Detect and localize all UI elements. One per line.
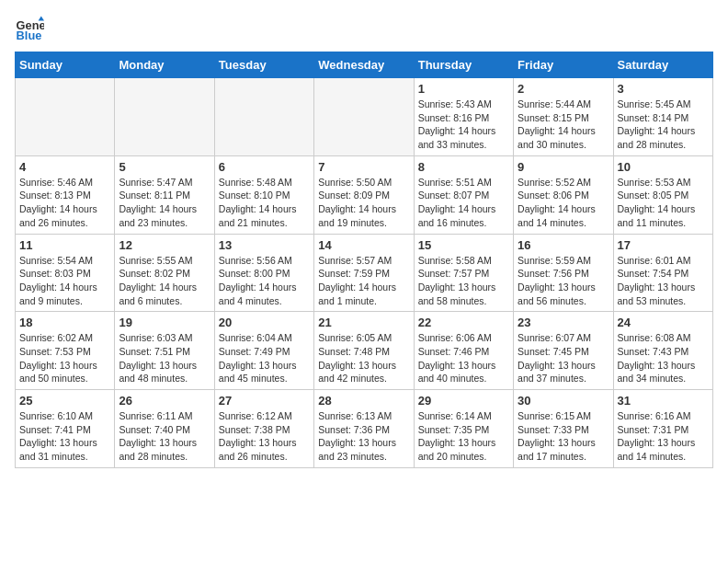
calendar-cell: 13Sunrise: 5:56 AMSunset: 8:00 PMDayligh…: [214, 234, 313, 312]
day-info: Sunrise: 5:54 AMSunset: 8:03 PMDaylight:…: [19, 254, 110, 308]
calendar-cell: 14Sunrise: 5:57 AMSunset: 7:59 PMDayligh…: [314, 234, 414, 312]
calendar-cell: 2Sunrise: 5:44 AMSunset: 8:15 PMDaylight…: [514, 78, 613, 156]
calendar-cell: 28Sunrise: 6:13 AMSunset: 7:36 PMDayligh…: [314, 390, 414, 468]
day-number: 2: [518, 82, 609, 96]
day-number: 4: [19, 160, 110, 174]
day-number: 27: [219, 394, 310, 408]
day-info: Sunrise: 6:03 AMSunset: 7:51 PMDaylight:…: [119, 331, 210, 385]
day-number: 17: [618, 238, 709, 252]
weekday-header: Thursday: [414, 52, 513, 78]
day-info: Sunrise: 5:57 AMSunset: 7:59 PMDaylight:…: [318, 254, 409, 308]
calendar-cell: 23Sunrise: 6:07 AMSunset: 7:45 PMDayligh…: [514, 312, 613, 390]
calendar-week-row: 18Sunrise: 6:02 AMSunset: 7:53 PMDayligh…: [16, 312, 713, 390]
day-number: 21: [318, 316, 409, 329]
day-info: Sunrise: 5:52 AMSunset: 8:06 PMDaylight:…: [518, 176, 609, 230]
day-info: Sunrise: 5:51 AMSunset: 8:07 PMDaylight:…: [418, 176, 509, 230]
calendar-cell: [314, 78, 414, 156]
day-number: 19: [119, 316, 210, 329]
day-number: 28: [318, 394, 409, 408]
calendar-cell: 15Sunrise: 5:58 AMSunset: 7:57 PMDayligh…: [414, 234, 513, 312]
weekday-header: Wednesday: [314, 52, 414, 78]
calendar-cell: 29Sunrise: 6:14 AMSunset: 7:35 PMDayligh…: [414, 390, 513, 468]
calendar-cell: 3Sunrise: 5:45 AMSunset: 8:14 PMDaylight…: [613, 78, 712, 156]
calendar-cell: 24Sunrise: 6:08 AMSunset: 7:43 PMDayligh…: [613, 312, 712, 390]
day-number: 29: [418, 394, 509, 408]
day-info: Sunrise: 6:12 AMSunset: 7:38 PMDaylight:…: [219, 409, 310, 464]
day-info: Sunrise: 6:05 AMSunset: 7:48 PMDaylight:…: [318, 331, 409, 385]
day-number: 10: [618, 160, 709, 174]
calendar-week-row: 11Sunrise: 5:54 AMSunset: 8:03 PMDayligh…: [16, 234, 713, 312]
day-info: Sunrise: 5:47 AMSunset: 8:11 PMDaylight:…: [119, 176, 210, 230]
weekday-header: Monday: [115, 52, 214, 78]
day-info: Sunrise: 6:14 AMSunset: 7:35 PMDaylight:…: [418, 409, 509, 464]
calendar-cell: 4Sunrise: 5:46 AMSunset: 8:13 PMDaylight…: [16, 155, 115, 234]
calendar-cell: [214, 78, 313, 156]
day-number: 20: [219, 316, 310, 329]
day-info: Sunrise: 5:56 AMSunset: 8:00 PMDaylight:…: [219, 254, 310, 308]
day-number: 24: [618, 316, 709, 329]
day-number: 13: [219, 238, 310, 252]
day-info: Sunrise: 6:04 AMSunset: 7:49 PMDaylight:…: [219, 331, 310, 385]
day-number: 12: [119, 238, 210, 252]
day-info: Sunrise: 5:45 AMSunset: 8:14 PMDaylight:…: [618, 98, 709, 152]
day-number: 11: [19, 238, 110, 252]
day-number: 5: [119, 160, 210, 174]
day-info: Sunrise: 5:55 AMSunset: 8:02 PMDaylight:…: [119, 254, 210, 308]
day-number: 25: [19, 394, 110, 408]
calendar-cell: 9Sunrise: 5:52 AMSunset: 8:06 PMDaylight…: [514, 155, 613, 234]
day-number: 26: [119, 394, 210, 408]
day-info: Sunrise: 5:58 AMSunset: 7:57 PMDaylight:…: [418, 254, 509, 308]
calendar-cell: 8Sunrise: 5:51 AMSunset: 8:07 PMDaylight…: [414, 155, 513, 234]
day-info: Sunrise: 5:53 AMSunset: 8:05 PMDaylight:…: [618, 176, 709, 230]
day-info: Sunrise: 5:50 AMSunset: 8:09 PMDaylight:…: [318, 176, 409, 230]
day-info: Sunrise: 6:16 AMSunset: 7:31 PMDaylight:…: [618, 409, 709, 464]
day-info: Sunrise: 6:13 AMSunset: 7:36 PMDaylight:…: [318, 409, 409, 464]
weekday-header: Friday: [514, 52, 613, 78]
day-info: Sunrise: 6:02 AMSunset: 7:53 PMDaylight:…: [19, 331, 110, 385]
calendar-cell: 11Sunrise: 5:54 AMSunset: 8:03 PMDayligh…: [16, 234, 115, 312]
day-info: Sunrise: 6:06 AMSunset: 7:46 PMDaylight:…: [418, 331, 509, 385]
calendar-cell: 1Sunrise: 5:43 AMSunset: 8:16 PMDaylight…: [414, 78, 513, 156]
day-number: 30: [518, 394, 609, 408]
day-number: 23: [518, 316, 609, 329]
calendar-cell: 6Sunrise: 5:48 AMSunset: 8:10 PMDaylight…: [214, 155, 313, 234]
calendar-cell: 16Sunrise: 5:59 AMSunset: 7:56 PMDayligh…: [514, 234, 613, 312]
calendar-cell: 26Sunrise: 6:11 AMSunset: 7:40 PMDayligh…: [115, 390, 214, 468]
calendar-cell: 22Sunrise: 6:06 AMSunset: 7:46 PMDayligh…: [414, 312, 513, 390]
calendar-cell: 20Sunrise: 6:04 AMSunset: 7:49 PMDayligh…: [214, 312, 313, 390]
calendar-table: SundayMondayTuesdayWednesdayThursdayFrid…: [15, 52, 713, 468]
day-info: Sunrise: 5:46 AMSunset: 8:13 PMDaylight:…: [19, 176, 110, 230]
calendar-cell: 31Sunrise: 6:16 AMSunset: 7:31 PMDayligh…: [613, 390, 712, 468]
calendar-week-row: 4Sunrise: 5:46 AMSunset: 8:13 PMDaylight…: [16, 155, 713, 234]
page-header: General Blue: [15, 15, 713, 44]
day-number: 15: [418, 238, 509, 252]
logo: General Blue: [15, 15, 48, 44]
calendar-cell: 25Sunrise: 6:10 AMSunset: 7:41 PMDayligh…: [16, 390, 115, 468]
day-info: Sunrise: 5:59 AMSunset: 7:56 PMDaylight:…: [518, 254, 609, 308]
day-number: 14: [318, 238, 409, 252]
day-info: Sunrise: 6:08 AMSunset: 7:43 PMDaylight:…: [618, 331, 709, 385]
calendar-cell: 17Sunrise: 6:01 AMSunset: 7:54 PMDayligh…: [613, 234, 712, 312]
calendar-cell: 12Sunrise: 5:55 AMSunset: 8:02 PMDayligh…: [115, 234, 214, 312]
day-number: 8: [418, 160, 509, 174]
day-number: 1: [418, 82, 509, 96]
calendar-cell: 7Sunrise: 5:50 AMSunset: 8:09 PMDaylight…: [314, 155, 414, 234]
day-number: 3: [618, 82, 709, 96]
day-info: Sunrise: 6:07 AMSunset: 7:45 PMDaylight:…: [518, 331, 609, 385]
calendar-cell: 10Sunrise: 5:53 AMSunset: 8:05 PMDayligh…: [613, 155, 712, 234]
day-number: 18: [19, 316, 110, 329]
day-info: Sunrise: 5:44 AMSunset: 8:15 PMDaylight:…: [518, 98, 609, 152]
calendar-cell: 18Sunrise: 6:02 AMSunset: 7:53 PMDayligh…: [16, 312, 115, 390]
weekday-header-row: SundayMondayTuesdayWednesdayThursdayFrid…: [16, 52, 713, 78]
day-info: Sunrise: 6:01 AMSunset: 7:54 PMDaylight:…: [618, 254, 709, 308]
calendar-week-row: 1Sunrise: 5:43 AMSunset: 8:16 PMDaylight…: [16, 78, 713, 156]
weekday-header: Saturday: [613, 52, 712, 78]
calendar-cell: 21Sunrise: 6:05 AMSunset: 7:48 PMDayligh…: [314, 312, 414, 390]
calendar-cell: 30Sunrise: 6:15 AMSunset: 7:33 PMDayligh…: [514, 390, 613, 468]
calendar-cell: 27Sunrise: 6:12 AMSunset: 7:38 PMDayligh…: [214, 390, 313, 468]
calendar-week-row: 25Sunrise: 6:10 AMSunset: 7:41 PMDayligh…: [16, 390, 713, 468]
day-info: Sunrise: 5:48 AMSunset: 8:10 PMDaylight:…: [219, 176, 310, 230]
day-number: 7: [318, 160, 409, 174]
calendar-cell: [16, 78, 115, 156]
day-info: Sunrise: 6:11 AMSunset: 7:40 PMDaylight:…: [119, 409, 210, 464]
